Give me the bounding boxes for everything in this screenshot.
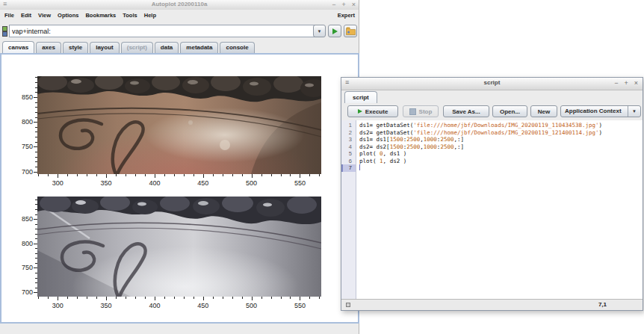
- menu-expert[interactable]: Expert: [338, 12, 355, 19]
- x-tick-mark: [116, 174, 117, 176]
- code-line[interactable]: ds1= ds1[1500:2500,1000:2500,:]: [356, 136, 643, 143]
- engraved-plate-photo-1: [37, 76, 321, 174]
- x-tick-mark: [252, 174, 253, 178]
- x-tick-mark: [174, 297, 175, 299]
- menu-help[interactable]: Help: [144, 12, 156, 19]
- x-tick-mark: [87, 174, 87, 176]
- x-tick-mark: [281, 297, 282, 299]
- x-tick-mark: [126, 297, 126, 299]
- x-tick-label: 400: [145, 302, 164, 309]
- y-tick-mark: [35, 117, 37, 118]
- x-tick-mark: [96, 297, 97, 299]
- x-tick-mark: [135, 174, 136, 176]
- maximize-icon[interactable]: +: [341, 0, 345, 10]
- x-tick-mark: [271, 297, 272, 299]
- stop-square-icon: [409, 108, 416, 115]
- x-tick-mark: [164, 297, 165, 299]
- y-tick-mark: [35, 288, 37, 288]
- y-tick-mark: [35, 253, 37, 254]
- x-tick-mark: [261, 174, 262, 176]
- menu-view[interactable]: View: [38, 12, 51, 19]
- tab-canvas[interactable]: canvas: [2, 41, 34, 53]
- main-title-bar[interactable]: ≡ Autoplot 20200110a − + ×: [0, 0, 359, 10]
- chevron-down-icon: ▼: [318, 29, 322, 34]
- new-button[interactable]: New: [530, 105, 557, 117]
- context-select[interactable]: Application Context ▼: [560, 105, 641, 117]
- code-line[interactable]: ds2= ds2[1500:2500,1000:2500,:]: [356, 143, 643, 151]
- x-tick-mark: [290, 174, 291, 176]
- plot-image-1[interactable]: 300350400450500550700750800850: [37, 76, 321, 174]
- line-number: 4: [341, 143, 356, 151]
- go-button[interactable]: [328, 25, 341, 37]
- plot-canvas[interactable]: 300350400450500550700750800850: [0, 53, 359, 324]
- x-tick-mark: [145, 297, 146, 299]
- plot-image-2[interactable]: 300350400450500550700750800850: [37, 197, 321, 297]
- x-tick-label: 550: [290, 302, 309, 309]
- minimize-icon[interactable]: −: [332, 0, 335, 10]
- code-line[interactable]: ds2= getDataSet('file:///home/jbf/Downlo…: [356, 129, 643, 137]
- code-line[interactable]: plot( 0, ds1 ): [356, 150, 643, 158]
- y-tick-mark: [35, 137, 37, 137]
- y-tick-mark: [35, 224, 37, 225]
- x-tick-mark: [281, 174, 282, 176]
- x-tick-mark: [106, 297, 107, 300]
- y-tick-mark: [35, 167, 37, 167]
- y-tick-mark: [35, 152, 37, 152]
- tab-script-editor[interactable]: script: [344, 91, 377, 103]
- uri-address-input[interactable]: [9, 25, 317, 37]
- y-tick-mark: [34, 122, 37, 123]
- y-tick-mark: [35, 87, 37, 88]
- execute-button[interactable]: Execute: [347, 105, 398, 117]
- script-status-bar: 7,1: [341, 299, 643, 310]
- tab-style[interactable]: style: [63, 42, 88, 53]
- x-tick-mark: [319, 297, 320, 299]
- script-maximize-icon[interactable]: +: [624, 78, 628, 88]
- y-tick-label: 800: [13, 118, 33, 126]
- y-tick-label: 850: [13, 215, 33, 223]
- save-as-button[interactable]: Save As...: [443, 105, 489, 117]
- code-area[interactable]: ds1= getDataSet('file:///home/jbf/Downlo…: [356, 120, 643, 299]
- open-button[interactable]: Open...: [492, 105, 527, 117]
- menu-edit[interactable]: Edit: [21, 12, 31, 19]
- autoplot-main-window: ≡ Autoplot 20200110a − + × File Edit Vie…: [0, 0, 359, 334]
- y-tick-mark: [34, 292, 37, 293]
- close-icon[interactable]: ×: [352, 0, 356, 10]
- y-tick-mark: [34, 97, 37, 98]
- tab-layout[interactable]: layout: [90, 42, 120, 53]
- script-close-icon[interactable]: ×: [634, 78, 638, 88]
- x-tick-mark: [38, 297, 39, 299]
- script-minimize-icon[interactable]: −: [614, 78, 618, 88]
- line-number: 1: [341, 122, 356, 129]
- address-row: ▼: [0, 20, 359, 42]
- tab-data[interactable]: data: [155, 42, 179, 53]
- code-line[interactable]: ds1= getDataSet('file:///home/jbf/Downlo…: [356, 122, 643, 129]
- code-line[interactable]: plot( 1, ds2 ): [356, 158, 643, 165]
- tab-script[interactable]: (script): [121, 42, 153, 53]
- open-file-button[interactable]: [344, 25, 357, 37]
- main-window-title: Autoplot 20200110a: [0, 1, 359, 7]
- y-tick-mark: [35, 258, 37, 259]
- script-title-bar[interactable]: ≡ script − + ×: [341, 78, 643, 90]
- script-editor[interactable]: 1234567 ds1= getDataSet('file:///home/jb…: [341, 120, 643, 300]
- x-tick-mark: [223, 297, 223, 299]
- x-tick-mark: [309, 297, 310, 299]
- tab-console[interactable]: console: [220, 42, 254, 53]
- x-tick-mark: [126, 174, 126, 176]
- menu-options[interactable]: Options: [58, 12, 78, 19]
- uri-dropdown-button[interactable]: ▼: [313, 25, 326, 37]
- x-tick-mark: [87, 297, 87, 299]
- y-tick-mark: [35, 127, 37, 128]
- x-tick-mark: [213, 297, 214, 299]
- stop-button: Stop: [403, 105, 439, 117]
- tab-axes[interactable]: axes: [36, 42, 61, 53]
- menu-bookmarks[interactable]: Bookmarks: [85, 12, 116, 19]
- x-tick-mark: [77, 297, 78, 299]
- code-line[interactable]: [356, 164, 643, 172]
- y-tick-mark: [34, 244, 37, 244]
- menu-file[interactable]: File: [4, 12, 14, 19]
- x-tick-mark: [300, 297, 300, 300]
- line-number: 5: [341, 150, 356, 158]
- tab-metadata[interactable]: metadata: [180, 42, 218, 53]
- menu-tools[interactable]: Tools: [123, 12, 137, 19]
- x-tick-mark: [38, 174, 39, 176]
